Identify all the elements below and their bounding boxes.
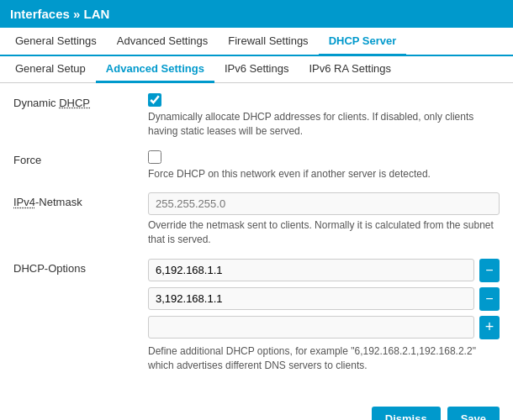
tab-firewall-settings[interactable]: Firewall Settings [218,28,318,55]
ipv4-netmask-description: Override the netmask sent to clients. No… [148,218,500,247]
dynamic-dhcp-label: Dynamic DHCP [13,93,148,109]
force-row: Force Force DHCP on this network even if… [13,150,500,181]
dhcp-options-control: − − + Define additional DHCP options, fo… [148,259,500,373]
tab-dhcp-server[interactable]: DHCP Server [319,28,407,56]
top-tab-bar: General Settings Advanced Settings Firew… [0,28,513,56]
dhcp-option-row-1: − [148,259,500,282]
dhcp-options-description: Define additional DHCP options, for exam… [148,344,500,373]
page-header: Interfaces » LAN [0,0,513,28]
dismiss-button[interactable]: Dismiss [372,407,441,420]
dhcp-options-label: DHCP-Options [13,259,148,275]
force-checkbox[interactable] [148,150,161,164]
ipv4-netmask-control: Override the netmask sent to clients. No… [148,192,500,247]
form-content: Dynamic DHCP Dynamically allocate DHCP a… [0,83,513,395]
force-label: Force [13,150,148,166]
tab-general-settings[interactable]: General Settings [5,28,107,55]
dhcp-option-add[interactable]: + [479,316,500,339]
sub-tab-bar: General Setup Advanced Settings IPv6 Set… [0,56,513,83]
footer: Dismiss Save [0,398,513,420]
dynamic-dhcp-control: Dynamically allocate DHCP addresses for … [148,93,500,139]
dhcp-option-row-3: + [148,316,500,339]
dhcp-option-input-2[interactable] [148,287,474,310]
force-description: Force DHCP on this network even if anoth… [148,167,500,181]
dhcp-option-remove-1[interactable]: − [479,259,500,282]
ipv4-netmask-row: IPv4-Netmask Override the netmask sent t… [13,192,500,247]
ipv4-netmask-input[interactable] [148,192,500,215]
dynamic-dhcp-description: Dynamically allocate DHCP addresses for … [148,110,500,139]
ipv4-netmask-label: IPv4-Netmask [13,192,148,208]
dhcp-option-row-2: − [148,287,500,311]
save-button[interactable]: Save [447,407,500,420]
dhcp-option-input-1[interactable] [148,259,474,281]
subtab-general-setup[interactable]: General Setup [5,56,96,82]
dhcp-options-row: DHCP-Options − − + Define additional DHC… [13,259,500,373]
tab-advanced-settings[interactable]: Advanced Settings [107,28,218,55]
dhcp-option-input-3[interactable] [148,316,474,339]
dynamic-dhcp-checkbox[interactable] [148,93,161,107]
page-title: Interfaces » LAN [10,7,109,21]
subtab-advanced-settings[interactable]: Advanced Settings [96,56,214,83]
dhcp-option-remove-2[interactable]: − [479,287,500,311]
force-control: Force DHCP on this network even if anoth… [148,150,500,181]
subtab-ipv6-settings[interactable]: IPv6 Settings [214,56,299,82]
dynamic-dhcp-row: Dynamic DHCP Dynamically allocate DHCP a… [13,93,500,139]
subtab-ipv6-ra-settings[interactable]: IPv6 RA Settings [299,56,401,82]
